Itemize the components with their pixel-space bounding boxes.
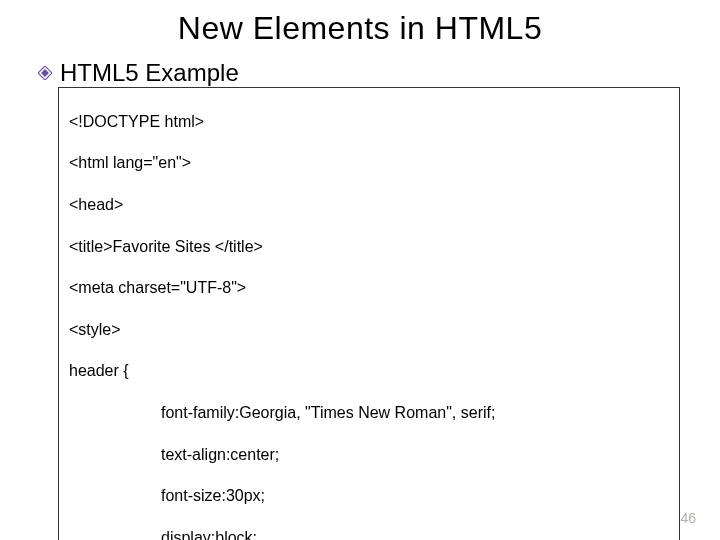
slide-body: HTML5 Example <!DOCTYPE html> <html lang… bbox=[38, 59, 682, 540]
code-line: <style> bbox=[69, 320, 669, 341]
svg-rect-1 bbox=[41, 69, 49, 77]
code-line: <head> bbox=[69, 195, 669, 216]
diamond-bullet-icon bbox=[38, 66, 52, 80]
code-box: <!DOCTYPE html> <html lang="en"> <head> … bbox=[58, 87, 680, 540]
code-line: font-size:30px; bbox=[69, 486, 669, 507]
slide-subtitle: HTML5 Example bbox=[60, 59, 239, 87]
code-line: <html lang="en"> bbox=[69, 153, 669, 174]
page-number: 46 bbox=[680, 510, 696, 526]
code-line: text-align:center; bbox=[69, 445, 669, 466]
code-line: font-family:Georgia, "Times New Roman", … bbox=[69, 403, 669, 424]
code-line: <title>Favorite Sites </title> bbox=[69, 237, 669, 258]
code-line: display:block; bbox=[69, 528, 669, 540]
code-line: header { bbox=[69, 361, 669, 382]
bullet-row: HTML5 Example bbox=[38, 59, 682, 87]
code-line: <meta charset="UTF-8"> bbox=[69, 278, 669, 299]
code-line: <!DOCTYPE html> bbox=[69, 112, 669, 133]
slide-title: New Elements in HTML5 bbox=[0, 10, 720, 47]
